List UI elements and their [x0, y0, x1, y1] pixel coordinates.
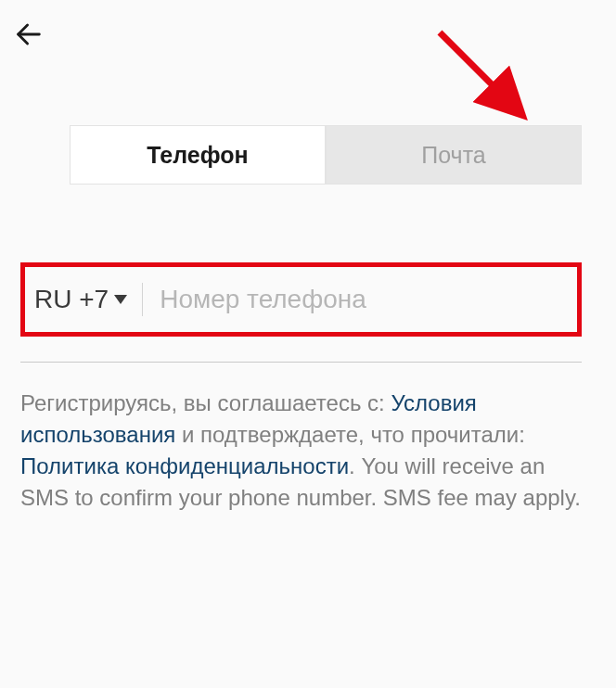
consent-text-1: Регистрируясь, вы соглашаетесь с:: [20, 390, 391, 415]
back-button[interactable]: [13, 19, 45, 54]
chevron-down-icon: [114, 295, 127, 304]
vertical-divider: [142, 283, 143, 316]
phone-number-input[interactable]: [160, 285, 568, 314]
tabs-container: Телефон Почта: [70, 125, 582, 185]
back-arrow-icon: [13, 19, 45, 50]
horizontal-divider: [20, 362, 582, 363]
tab-email[interactable]: Почта: [326, 125, 582, 185]
consent-paragraph: Регистрируясь, вы соглашаетесь с: Услови…: [20, 388, 582, 514]
tab-email-label: Почта: [421, 142, 485, 169]
tab-phone[interactable]: Телефон: [70, 125, 326, 185]
consent-text-2: и подтверждаете, что прочитали:: [175, 422, 525, 447]
country-code-selector[interactable]: RU +7: [34, 285, 127, 314]
svg-line-2: [440, 32, 519, 111]
tab-phone-label: Телефон: [147, 142, 248, 169]
annotation-arrow: [430, 28, 542, 134]
privacy-link[interactable]: Политика конфиденциальности: [20, 453, 349, 478]
phone-input-row: RU +7: [20, 262, 582, 337]
country-code-label: RU +7: [34, 285, 109, 314]
